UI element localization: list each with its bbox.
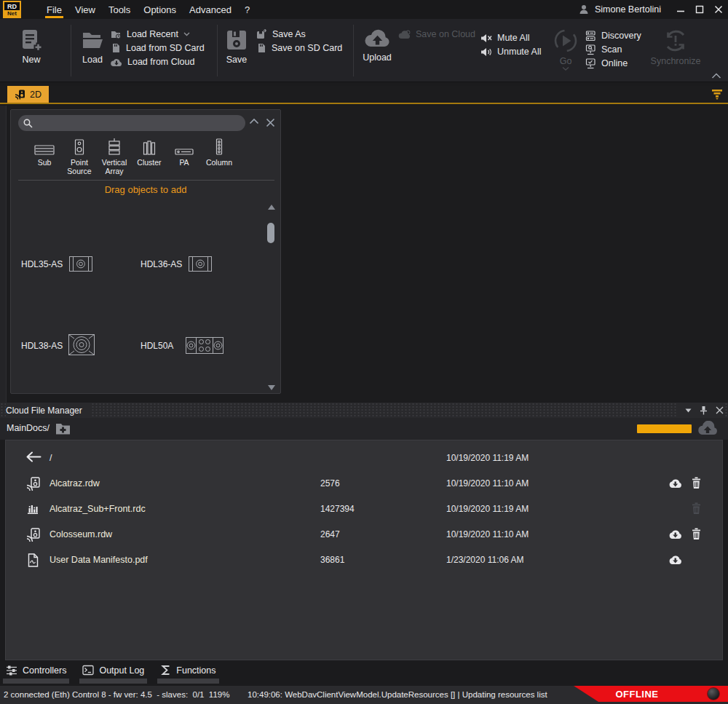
tab-functions[interactable]: Functions <box>157 662 218 684</box>
2d-design-canvas[interactable]: Sub Point Source <box>0 106 728 403</box>
logo-net-text: Net <box>4 10 20 17</box>
rack-discovery-icon <box>585 31 596 41</box>
menu-item[interactable]: Options <box>137 0 183 19</box>
cloud-sync-upload-button[interactable] <box>696 421 719 437</box>
delete-button[interactable] <box>692 528 701 540</box>
cloud-upload-icon <box>363 28 392 50</box>
save-as-label: Save As <box>272 29 306 39</box>
tab-controllers[interactable]: Controllers <box>3 662 69 684</box>
delete-button[interactable] <box>692 502 701 515</box>
load-from-cloud-button[interactable]: Load from Cloud <box>111 55 194 68</box>
load-recent-button[interactable]: Load Recent <box>111 28 190 41</box>
upload-button[interactable]: Upload <box>357 28 397 63</box>
new-button[interactable]: New <box>10 28 52 65</box>
unmute-all-button[interactable]: Unmute All <box>480 45 541 58</box>
menu-item[interactable]: Advanced <box>183 0 238 19</box>
file-date: 10/19/2020 11:19 AM <box>446 453 529 463</box>
category-cluster[interactable]: Cluster <box>132 138 167 175</box>
save-as-button[interactable]: Save As <box>256 28 306 41</box>
maximize-button[interactable] <box>693 4 705 16</box>
save-on-sd-button[interactable]: Save on SD Card <box>256 41 342 55</box>
tab-strip-underline <box>157 679 218 684</box>
download-button[interactable] <box>668 555 682 565</box>
cluster-icon <box>143 138 156 155</box>
offline-status-badge[interactable]: OFFLINE <box>574 686 728 702</box>
file-size: 1427394 <box>320 504 355 514</box>
close-button[interactable] <box>712 4 724 16</box>
category-column[interactable]: Column <box>202 138 237 175</box>
online-label: Online <box>601 58 628 68</box>
scan-button[interactable]: Scan <box>585 43 622 56</box>
go-button[interactable]: Go <box>550 28 582 71</box>
hdl36-speaker-icon[interactable] <box>189 256 212 272</box>
sub-speaker-icon <box>34 138 55 155</box>
scroll-down-arrow[interactable] <box>268 385 275 390</box>
object-palette-panel: Sub Point Source <box>10 109 281 394</box>
category-vertical-array[interactable]: Vertical Array <box>97 138 132 175</box>
left-gutter <box>0 106 7 403</box>
online-button[interactable]: Online <box>585 57 628 70</box>
mute-all-button[interactable]: Mute All <box>480 31 529 44</box>
file-row[interactable]: / 10/19/2020 11:19 AM <box>6 446 722 472</box>
synchronize-button[interactable]: Synchronize <box>645 28 706 66</box>
minimize-button[interactable] <box>674 4 687 16</box>
palette-item-hdl50a[interactable]: HDL50A <box>141 341 173 351</box>
file-row[interactable]: Alcatraz.rdw 2576 10/19/2020 11:10 AM <box>6 472 722 497</box>
tab-output-log[interactable]: Output Log <box>79 662 147 684</box>
scrollbar-thumb[interactable] <box>267 223 274 243</box>
panel-menu-caret-icon[interactable] <box>685 408 692 413</box>
category-point-source[interactable]: Point Source <box>62 138 97 175</box>
menu-item[interactable]: File <box>40 0 68 19</box>
category-pa[interactable]: PA <box>167 138 202 175</box>
new-document-icon <box>19 28 44 52</box>
palette-item-hdl35[interactable]: HDL35-AS <box>21 259 63 269</box>
discovery-button[interactable]: Discovery <box>585 29 641 42</box>
file-row[interactable]: Alcatraz_Sub+Front.rdc 1427394 10/19/202… <box>6 497 722 523</box>
download-button[interactable] <box>668 529 682 539</box>
tab-2d[interactable]: 2D <box>7 86 49 103</box>
palette-close-button[interactable] <box>266 118 275 127</box>
hdl38-speaker-icon[interactable] <box>68 334 95 355</box>
search-input[interactable] <box>18 115 245 131</box>
new-label: New <box>22 55 40 65</box>
file-name: Alcatraz_Sub+Front.rdc <box>50 504 146 514</box>
panel-close-icon[interactable] <box>716 406 724 414</box>
save-label: Save <box>226 55 248 65</box>
save-on-cloud-button[interactable]: Save on Cloud <box>398 28 475 41</box>
file-type-icon <box>24 477 41 491</box>
pdf-file-icon <box>27 553 39 567</box>
file-row[interactable]: User Data Manifesto.pdf 36861 1/23/2020 … <box>6 548 722 574</box>
pa-icon <box>175 138 194 155</box>
scan-label: Scan <box>601 44 622 55</box>
hdl35-speaker-icon[interactable] <box>69 256 92 272</box>
save-button[interactable]: Save <box>216 28 257 65</box>
hdl50a-speaker-icon[interactable] <box>186 337 223 354</box>
palette-collapse-button[interactable] <box>249 118 259 124</box>
file-row[interactable]: Colosseum.rdw 2647 10/19/2020 11:10 AM <box>6 523 722 548</box>
load-from-sd-button[interactable]: Load from SD Card <box>111 41 205 55</box>
upload-progress-bar <box>637 424 692 433</box>
download-button[interactable] <box>668 478 682 489</box>
sigma-icon <box>160 665 171 676</box>
file-name: User Data Manifesto.pdf <box>50 555 148 565</box>
file-date: 10/19/2020 11:10 AM <box>446 478 529 489</box>
ribbon-toolbar: New Load Load Recent <box>0 19 728 82</box>
vertical-array-icon <box>108 138 121 155</box>
category-sub[interactable]: Sub <box>27 138 62 175</box>
add-folder-button[interactable] <box>55 422 71 435</box>
tab-list-filter-icon[interactable] <box>711 90 723 100</box>
pin-icon[interactable] <box>700 406 708 415</box>
status-indicator-light <box>707 687 720 700</box>
menu-item[interactable]: View <box>68 0 102 19</box>
ribbon-collapse-button[interactable] <box>711 73 721 79</box>
palette-item-hdl36[interactable]: HDL36-AS <box>141 259 182 269</box>
cloud-file-manager-panel: Cloud File Manager MainDocs/ <box>0 403 728 662</box>
user-account[interactable]: Simone Bertolini <box>579 0 661 19</box>
menu-item[interactable]: ? <box>238 0 256 19</box>
load-button[interactable]: Load <box>72 28 113 65</box>
panel-header-buttons <box>678 403 724 418</box>
scroll-up-arrow[interactable] <box>268 205 275 210</box>
palette-item-hdl38[interactable]: HDL38-AS <box>21 341 63 351</box>
delete-button[interactable] <box>692 477 701 489</box>
menu-item[interactable]: Tools <box>102 0 137 19</box>
